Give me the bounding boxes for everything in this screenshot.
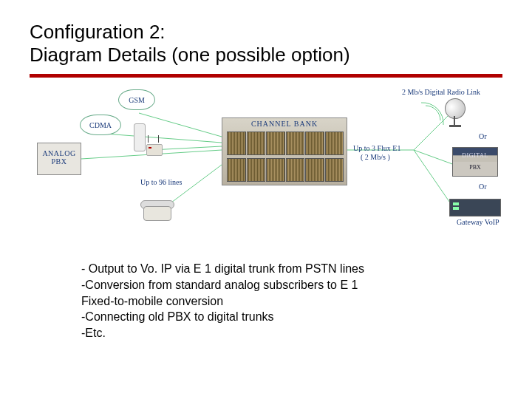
analog-pbx-label-1: ANALOG: [38, 149, 81, 157]
bullet-3: Fixed-to-mobile conversion: [81, 293, 458, 310]
channel-bank-label: CHANNEL BANK: [222, 120, 347, 128]
gsm-antenna-icon: [133, 123, 146, 156]
title-line-1: Configuration 2:: [30, 21, 166, 43]
lines-count-label: Up to 96 lines: [140, 178, 182, 186]
wifi-ap-icon: [146, 138, 163, 156]
network-diagram: GSM CDMA ANALOG PBX Up to 96 lines: [30, 91, 502, 239]
svg-line-8: [414, 150, 454, 209]
flux-label-2: ( 2 Mb/s ): [361, 153, 390, 161]
radio-link-label: 2 Mb/s Digital Radio Link: [402, 88, 480, 96]
digital-pbx-label-1: DIGITAL: [462, 152, 488, 159]
or-label-2: Or: [479, 183, 487, 191]
gateway-voip-box: [449, 199, 501, 216]
dish-antenna-icon: [445, 98, 470, 123]
or-label-1: Or: [479, 132, 487, 140]
svg-line-3: [105, 134, 222, 143]
slide-title: Configuration 2: Diagram Details (one po…: [30, 21, 502, 66]
svg-line-7: [414, 150, 454, 165]
analog-pbx-box: ANALOG PBX: [37, 143, 81, 175]
gsm-label: GSM: [129, 96, 145, 104]
cdma-label: CDMA: [89, 121, 112, 129]
bullet-2: -Conversion from standard analog subscri…: [81, 277, 458, 293]
title-line-2: Diagram Details (one possible option): [30, 44, 350, 66]
digital-pbx-box: DIGITAL PBX: [452, 147, 498, 177]
svg-line-2: [139, 113, 222, 137]
bullet-4: -Connecting old PBX to digital trunks: [81, 309, 458, 325]
bullet-list: - Output to Vo. IP via E 1 digital trunk…: [81, 261, 458, 341]
gsm-cloud: GSM: [118, 89, 155, 110]
channel-bank: CHANNEL BANK: [222, 117, 347, 185]
bullet-1: - Output to Vo. IP via E 1 digital trunk…: [81, 261, 458, 277]
digital-pbx-label-2: PBX: [469, 164, 481, 171]
cdma-cloud: CDMA: [80, 115, 121, 135]
title-divider: [30, 74, 502, 78]
gateway-label: Gateway VoIP: [457, 218, 499, 226]
phone-icon: [140, 196, 173, 221]
analog-pbx-label-2: PBX: [38, 157, 81, 166]
bullet-5: -Etc.: [81, 325, 458, 341]
flux-label-1: Up to 3 Flux E1: [353, 144, 400, 152]
